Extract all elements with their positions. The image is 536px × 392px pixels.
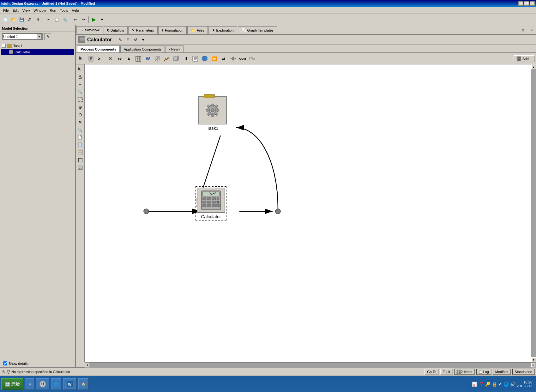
tab-files[interactable]: 📁 Files (187, 26, 208, 34)
calc-dropdown-btn[interactable]: ▼ (140, 36, 147, 43)
comp-btn-box[interactable] (172, 55, 181, 63)
comp-btn-doc[interactable] (191, 55, 200, 63)
calc-edit-btn[interactable]: ✎ (117, 36, 124, 43)
comp-btn-arrow-up[interactable]: ▲ (124, 55, 133, 63)
dataflow-icon: ⑆ (107, 28, 109, 33)
comp-btn-word[interactable]: W (143, 55, 152, 63)
show-details-checkbox[interactable] (3, 361, 7, 365)
taskbar-item-2[interactable]: U (36, 378, 50, 390)
tool-doc4[interactable] (77, 149, 84, 156)
start-button[interactable]: 🪟 开始 (1, 378, 23, 390)
comp-btn-arrow-lr[interactable]: ⇔ (115, 55, 124, 63)
comp-btn-com[interactable]: COM (238, 55, 247, 63)
tool-doc3[interactable] (77, 142, 84, 148)
tab-graph-templates[interactable]: 📈 Graph Templates (238, 26, 277, 34)
scroll-right-button[interactable]: ► (531, 363, 536, 368)
comp-btn-chart[interactable] (162, 55, 171, 63)
proc-tab-process[interactable]: Process Components (77, 45, 120, 52)
tab-exploration[interactable]: ✦ Exploration (208, 26, 237, 34)
comp-btn-fast-forward[interactable]: ⏩ (210, 55, 219, 63)
scroll-up-button[interactable]: ▲ (531, 64, 536, 69)
toolbar-open[interactable]: 📂 (9, 16, 17, 23)
comp-btn-db[interactable] (200, 55, 209, 63)
restore-button[interactable]: ❐ (524, 1, 529, 6)
toolbar-print-preview[interactable]: 🖨 (26, 16, 33, 23)
tool-rect[interactable] (77, 157, 84, 164)
scroll-down-button[interactable]: ▼ (531, 357, 536, 362)
menu-file[interactable]: File (1, 8, 11, 13)
calculator-node[interactable]: Calculator (197, 188, 225, 219)
model-edit-button[interactable]: ✎ (44, 33, 51, 40)
menu-run[interactable]: Run (48, 8, 58, 13)
tree-calc-label[interactable]: Calculator (15, 50, 30, 54)
minimize-button[interactable]: — (518, 1, 523, 6)
tab-restore-button[interactable]: ⊡ (519, 26, 527, 34)
tab-parameters[interactable]: ✕ Parameters (128, 26, 158, 34)
tool-cross[interactable]: ✕ (77, 119, 84, 126)
comp-btn-pause[interactable]: ⏸ (181, 55, 190, 63)
toolbar-undo[interactable]: ↩ (71, 16, 79, 23)
taskbar-item-3[interactable]: 🌐 (51, 378, 62, 390)
tree-item-calculator[interactable]: Calculator (1, 49, 74, 55)
toolbar-paste[interactable]: 📎 (61, 16, 69, 23)
tool-hand[interactable] (77, 73, 84, 80)
menu-help[interactable]: Help (70, 8, 81, 13)
log-panel[interactable]: 📋 Log (476, 369, 491, 375)
tool-image[interactable] (77, 164, 84, 171)
toolbar-print[interactable]: 🖨 (34, 16, 42, 23)
tab-formulation[interactable]: ƒ Formulation (158, 26, 187, 34)
comp-btn-terminal[interactable]: >_ (96, 55, 105, 63)
toolbar-dropdown[interactable]: ▼ (98, 16, 106, 23)
tab-help-button[interactable]: ? (528, 26, 535, 34)
tree-task1-label[interactable]: Task1 (13, 44, 22, 48)
proc-tab-new[interactable]: <New> (166, 45, 184, 52)
toolbar-run[interactable]: ▶ (90, 16, 98, 23)
calc-header-icon (78, 36, 85, 43)
tool-zoom-in[interactable]: 🔍 (77, 88, 84, 95)
scroll-track-h[interactable] (90, 363, 531, 368)
scroll-left-button[interactable]: ◄ (85, 363, 90, 368)
taskbar-item-5[interactable]: 🏠 (78, 378, 89, 390)
fixit-button[interactable]: Fix It (440, 369, 453, 375)
comp-btn-settings[interactable] (229, 55, 238, 63)
task1-node[interactable]: Task1 (198, 96, 227, 131)
tool-select[interactable] (77, 66, 84, 73)
proc-tab-application[interactable]: Application Components (120, 45, 165, 52)
taskbar-item-4[interactable]: W (63, 378, 77, 390)
toolbar-save[interactable]: 💾 (18, 16, 25, 23)
menu-edit[interactable]: Edit (11, 8, 21, 13)
comp-btn-plugin[interactable] (248, 55, 256, 63)
close-button[interactable]: ✕ (530, 1, 535, 6)
tool-arrow[interactable]: → (77, 81, 84, 88)
comp-btn-script[interactable] (87, 55, 95, 63)
menu-view[interactable]: View (21, 8, 32, 13)
toolbar-redo[interactable]: ↪ (80, 16, 87, 23)
tool-zoom-plus[interactable]: ⊕ (77, 104, 84, 111)
calc-grid-btn[interactable]: ⊞ (124, 36, 131, 43)
tab-simflow[interactable]: → Sim-flow (76, 26, 103, 34)
canvas[interactable]: Task1 (85, 64, 531, 362)
comp-btn-arrows[interactable]: ⇄ (219, 55, 228, 63)
comp-btn-close[interactable]: ✕ (105, 55, 114, 63)
comp-btn-table[interactable] (134, 55, 143, 63)
menu-tools[interactable]: Tools (58, 8, 70, 13)
tool-search[interactable]: 🔍 (77, 126, 84, 133)
toolbar-cut[interactable]: ✂ (45, 16, 52, 23)
tool-zoom-minus[interactable]: ⊖ (77, 111, 84, 118)
tab-dataflow[interactable]: ⑆ Dataflow (104, 26, 128, 34)
calc-undo-btn[interactable]: ↺ (132, 36, 139, 43)
dropdown-arrow-icon[interactable]: ▼ (37, 34, 42, 39)
comp-btn-mesh[interactable] (153, 55, 162, 63)
model-dropdown[interactable]: Untitled 1 ▼ (2, 33, 43, 40)
tool-doc2[interactable] (77, 134, 84, 141)
toolbar-new[interactable]: 📄 (1, 16, 9, 23)
goto-button[interactable]: Go To (425, 369, 439, 375)
menu-window[interactable]: Window (32, 8, 48, 13)
toolbar-copy[interactable]: 📋 (53, 16, 60, 23)
add-button[interactable]: Add... (514, 55, 535, 62)
tool-frame[interactable] (77, 96, 84, 103)
scroll-track-v[interactable] (531, 69, 536, 357)
comp-btn-select[interactable] (77, 55, 86, 63)
tree-expand-root[interactable]: - (2, 44, 6, 48)
taskbar-item-1[interactable]: 🖥 (25, 378, 34, 390)
